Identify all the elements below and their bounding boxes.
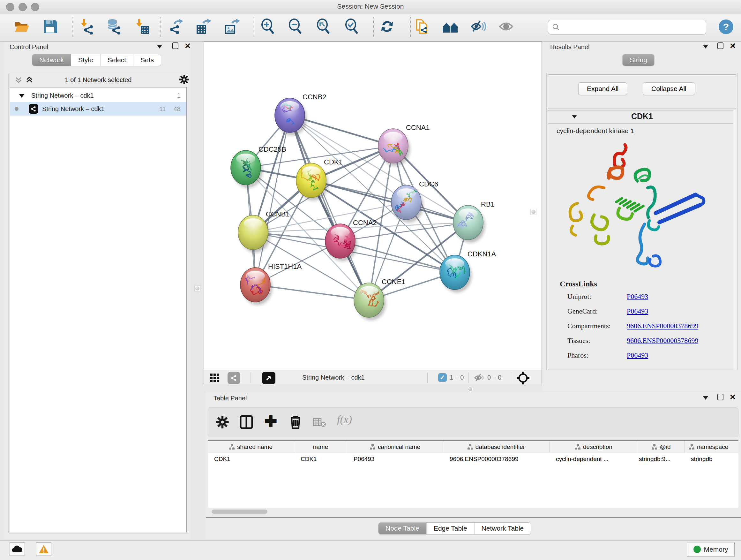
control-panel-float-icon[interactable] xyxy=(172,43,179,49)
control-panel-close-icon[interactable]: ✕ xyxy=(185,43,191,49)
window-title: Session: New Session xyxy=(0,3,741,10)
control-panel-menu-icon[interactable] xyxy=(157,45,162,49)
network-node-count: 11 xyxy=(159,105,166,113)
graph-node-CDC6: CDC6 xyxy=(391,180,438,223)
column-header-name[interactable]: name xyxy=(294,441,347,453)
expand-all-button[interactable]: Expand All xyxy=(578,82,627,95)
cell-canonical-name[interactable]: P06493 xyxy=(347,453,443,508)
memory-button[interactable]: Memory xyxy=(687,542,735,557)
network-canvas[interactable]: CCNB2CCNA1CDC25BCDK1CDC6RB1CCNB1CCNA2CDK… xyxy=(204,42,542,385)
collapse-all-button[interactable]: Collapse All xyxy=(643,82,695,95)
cell-namespace[interactable]: stringdb xyxy=(684,453,738,508)
table-panel-float-icon[interactable] xyxy=(718,394,724,400)
export-table-icon[interactable] xyxy=(195,18,211,35)
cdk1-section-title: CDK1 xyxy=(548,112,736,121)
column-header-description[interactable]: description xyxy=(549,441,638,453)
status-bar: Memory xyxy=(0,540,741,560)
zoom-in-icon[interactable] xyxy=(260,18,276,35)
grid-view-icon[interactable] xyxy=(210,373,220,385)
results-panel-menu-icon[interactable] xyxy=(703,45,708,49)
title-bar: Session: New Session xyxy=(0,0,741,14)
refresh-icon[interactable] xyxy=(379,18,395,35)
cell-description[interactable]: cyclin-dependent ... xyxy=(549,453,638,508)
table-horizontal-scrollbar[interactable] xyxy=(208,509,738,514)
create-column-icon[interactable]: ✚ xyxy=(264,414,277,429)
export-image-icon[interactable] xyxy=(224,18,240,35)
column-header-canonical-name[interactable]: canonical name xyxy=(347,441,443,453)
crosshair-icon[interactable] xyxy=(516,371,530,386)
zoom-selected-icon[interactable] xyxy=(344,18,360,35)
import-network-database-icon[interactable] xyxy=(105,18,121,35)
network-view-toolbar: String Network – cdk1 ✓ 1 – 0 0 – 0 xyxy=(204,370,542,385)
network-graph[interactable]: CCNB2CCNA1CDC25BCDK1CDC6RB1CCNB1CCNA2CDK… xyxy=(204,42,542,370)
graph-node-CDKN1A: CDKN1A xyxy=(440,250,496,293)
column-header-shared-name[interactable]: shared name xyxy=(208,441,294,453)
table-row[interactable]: CDK1 CDK1 P06493 9606.ENSP00000378699 cy… xyxy=(208,453,738,508)
bar-separator xyxy=(468,372,469,383)
tab-string[interactable]: String xyxy=(623,54,654,66)
crosslink-pharos-link[interactable]: P06493 xyxy=(627,351,648,360)
crosslink-tissues-link[interactable]: 9606.ENSP00000378699 xyxy=(627,336,698,345)
hidden-eye-icon xyxy=(474,373,485,384)
selected-nodes-checkbox[interactable]: ✓ xyxy=(438,373,447,382)
function-builder-icon: f(x) xyxy=(337,414,352,426)
zoom-fit-icon[interactable] xyxy=(316,18,332,35)
first-neighbors-icon[interactable] xyxy=(442,18,458,35)
column-header-database-identifier[interactable]: database identifier xyxy=(443,441,549,453)
right-splitter-handle[interactable] xyxy=(530,209,536,215)
tab-node-table[interactable]: Node Table xyxy=(379,523,427,534)
control-panel-tabs: Network Style Select Sets xyxy=(32,54,161,66)
import-table-file-icon[interactable] xyxy=(134,18,150,35)
column-header-namespace[interactable]: namespace xyxy=(684,441,738,453)
left-splitter-handle[interactable] xyxy=(194,286,200,292)
export-network-icon[interactable] xyxy=(168,18,184,35)
show-all-icon[interactable] xyxy=(498,18,514,35)
tab-style[interactable]: Style xyxy=(71,54,100,66)
scrollbar-thumb[interactable] xyxy=(212,509,267,514)
bar-separator xyxy=(511,372,511,383)
network-collection-row[interactable]: String Network – cdk1 1 xyxy=(10,89,186,102)
table-panel-menu-icon[interactable] xyxy=(703,396,708,400)
tab-edge-table[interactable]: Edge Table xyxy=(427,523,475,534)
crosslink-genecard-link[interactable]: P06493 xyxy=(627,307,648,315)
cloud-status-button[interactable] xyxy=(10,543,25,556)
results-scrollbar[interactable] xyxy=(733,110,737,369)
hide-selected-icon[interactable] xyxy=(470,18,486,35)
delete-column-icon[interactable] xyxy=(288,414,302,431)
tab-network-table[interactable]: Network Table xyxy=(475,523,531,534)
collection-expander-icon[interactable] xyxy=(19,92,24,99)
table-settings-gear-icon[interactable] xyxy=(216,415,229,430)
network-row-label: String Network – cdk1 xyxy=(42,105,105,113)
crosslink-row: Tissues: xyxy=(567,336,590,345)
open-session-icon[interactable] xyxy=(14,18,30,35)
string-network-icon xyxy=(29,104,38,114)
network-row-selected[interactable]: String Network – cdk1 11 48 xyxy=(10,102,186,116)
crosslink-compartments-link[interactable]: 9606.ENSP00000378699 xyxy=(627,322,698,330)
cell-database-identifier[interactable]: 9606.ENSP00000378699 xyxy=(443,453,549,508)
network-options-gear-icon[interactable] xyxy=(179,74,189,86)
table-panel-close-icon[interactable]: ✕ xyxy=(730,394,736,400)
save-session-icon[interactable] xyxy=(42,18,58,35)
tab-select[interactable]: Select xyxy=(100,54,133,66)
string-view-icon[interactable] xyxy=(227,372,240,384)
birdseye-toggle-icon[interactable] xyxy=(262,372,275,384)
cell-name[interactable]: CDK1 xyxy=(294,453,347,508)
tab-network[interactable]: Network xyxy=(32,54,71,66)
svg-text:CCNE1: CCNE1 xyxy=(382,278,406,286)
horizontal-splitter-handle[interactable] xyxy=(467,386,473,392)
help-button[interactable]: ? xyxy=(719,19,733,34)
cell-shared-name[interactable]: CDK1 xyxy=(208,453,294,508)
results-panel-close-icon[interactable]: ✕ xyxy=(730,43,736,49)
warnings-button[interactable] xyxy=(36,543,51,556)
search-icon xyxy=(552,23,560,31)
results-panel-float-icon[interactable] xyxy=(718,43,724,49)
zoom-out-icon[interactable] xyxy=(287,18,304,35)
cell-id[interactable]: stringdb:9... xyxy=(638,453,684,508)
tab-sets[interactable]: Sets xyxy=(133,54,161,66)
crosslink-uniprot-link[interactable]: P06493 xyxy=(627,293,648,301)
search-input[interactable] xyxy=(548,20,706,35)
column-header-id[interactable]: @id xyxy=(638,441,684,453)
clone-network-icon[interactable] xyxy=(414,18,430,35)
import-network-file-icon[interactable] xyxy=(78,18,94,35)
show-columns-icon[interactable] xyxy=(239,415,253,431)
